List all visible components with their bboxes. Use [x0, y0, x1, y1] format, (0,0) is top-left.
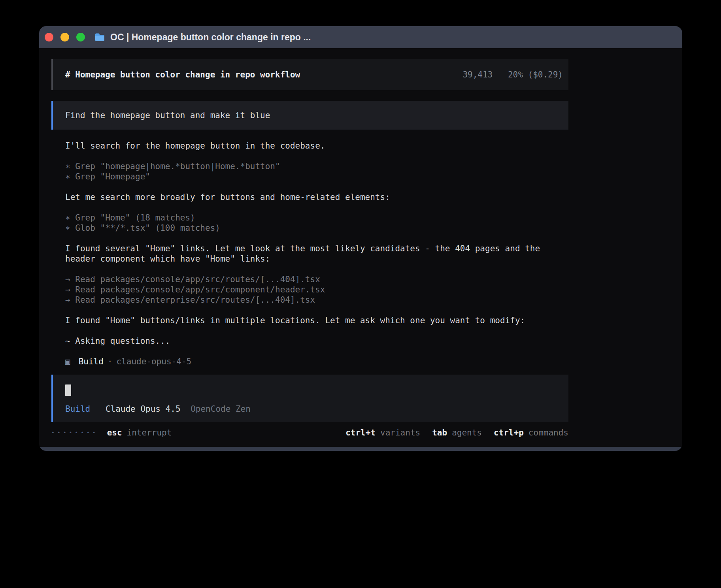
session-header: # Homepage button color change in repo w… — [51, 59, 568, 90]
context-percent-cost: 20% ($0.29) — [508, 70, 563, 79]
agent-status-line: ▣ Build · claude-opus-4-5 — [65, 356, 563, 367]
provider-name: OpenCode Zen — [191, 404, 251, 414]
shortcut-key: ctrl+t — [345, 428, 376, 438]
tool-call-read: → Read packages/enterprise/src/routes/[.… — [65, 295, 563, 305]
traffic-lights — [45, 33, 85, 41]
tool-call-read: → Read packages/console/app/src/routes/[… — [65, 274, 563, 285]
assistant-paragraph: I found several "Home" links. Let me loo… — [65, 243, 563, 264]
shortcut-agents: tab agents — [432, 428, 482, 438]
titlebar[interactable]: OC | Homepage button color change in rep… — [39, 26, 682, 48]
terminal-content: # Homepage button color change in repo w… — [39, 48, 682, 451]
assistant-paragraph: I found "Home" buttons/links in multiple… — [65, 315, 563, 326]
esc-key-hint: esc — [107, 428, 122, 438]
prompt-input[interactable]: Build Claude Opus 4.5 OpenCode Zen — [51, 375, 568, 422]
close-button[interactable] — [45, 33, 53, 41]
minimize-button[interactable] — [60, 33, 69, 41]
window-bottom-edge — [39, 447, 682, 451]
agent-name: Build — [79, 356, 104, 367]
tool-call-grep: ∗ Grep "homepage|home.*button|Home.*butt… — [65, 161, 563, 172]
user-message: Find the homepage button and make it blu… — [51, 101, 568, 130]
separator-dot: · — [108, 356, 113, 367]
spinner-dots: •••••••• — [51, 428, 98, 438]
tool-call-grep: ∗ Grep "Home" (18 matches) — [65, 213, 563, 223]
shortcut-label: variants — [380, 428, 420, 438]
shortcut-label: agents — [452, 428, 482, 438]
agent-icon: ▣ — [65, 356, 70, 367]
agent-mode-badge[interactable]: Build — [65, 404, 90, 414]
token-count: 39,413 — [462, 70, 493, 79]
status-asking-questions: ~ Asking questions... — [65, 336, 563, 346]
assistant-paragraph: I'll search for the homepage button in t… — [65, 141, 563, 151]
session-stats: 39,413 20% ($0.29) — [462, 70, 563, 80]
text-cursor — [65, 384, 71, 396]
input-status-line: Build Claude Opus 4.5 OpenCode Zen — [65, 404, 563, 414]
user-message-text: Find the homepage button and make it blu… — [65, 110, 270, 121]
tool-call-read: → Read packages/console/app/src/componen… — [65, 285, 563, 295]
shortcut-key: ctrl+p — [494, 428, 524, 438]
folder-icon — [94, 33, 105, 41]
status-bar: •••••••• esc interrupt ctrl+t variants t… — [51, 428, 568, 438]
shortcut-commands: ctrl+p commands — [494, 428, 568, 438]
shortcut-variants: ctrl+t variants — [345, 428, 420, 438]
tool-call-grep: ∗ Grep "Homepage" — [65, 172, 563, 182]
terminal-window: OC | Homepage button color change in rep… — [39, 26, 682, 451]
transcript: I'll search for the homepage button in t… — [65, 141, 563, 367]
window-title: OC | Homepage button color change in rep… — [110, 32, 311, 43]
tool-call-glob: ∗ Glob "**/*.tsx" (100 matches) — [65, 223, 563, 233]
shortcut-key: tab — [432, 428, 447, 438]
session-title: # Homepage button color change in repo w… — [65, 70, 300, 80]
model-name[interactable]: Claude Opus 4.5 — [106, 404, 181, 414]
shortcut-label: commands — [528, 428, 568, 438]
agent-model: claude-opus-4-5 — [117, 356, 192, 367]
esc-key-label: interrupt — [127, 428, 172, 438]
assistant-paragraph: Let me search more broadly for buttons a… — [65, 192, 563, 202]
zoom-button[interactable] — [76, 33, 85, 41]
